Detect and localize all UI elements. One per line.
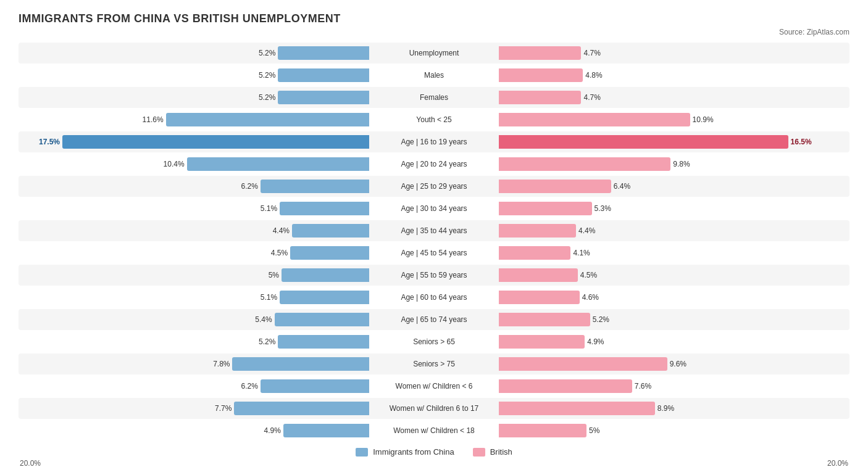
- row: 6.2%Age | 25 to 29 years6.4%: [19, 176, 849, 197]
- bar-label-british: 4.7%: [583, 93, 600, 102]
- bar-british: 6.4%: [499, 180, 611, 193]
- bar-label-china: 11.6%: [143, 115, 164, 124]
- bar-china: 17.5%: [62, 135, 369, 149]
- bar-china: 5.2%: [278, 335, 369, 349]
- row: 4.4%Age | 35 to 44 years4.4%: [19, 220, 849, 241]
- bar-label-china: 4.9%: [264, 426, 280, 435]
- bar-label-british: 8.9%: [657, 404, 674, 413]
- row: 5.2%Seniors > 654.9%: [19, 331, 849, 352]
- row: 4.5%Age | 45 to 54 years4.1%: [19, 242, 849, 263]
- bar-china: 6.2%: [261, 379, 369, 393]
- bottom-label-left: 20.0%: [20, 459, 41, 467]
- legend-label-british: British: [490, 447, 512, 457]
- bar-label-british: 4.8%: [585, 71, 602, 80]
- bar-label-china: 5.1%: [261, 204, 277, 213]
- bar-label-british: 5.3%: [595, 204, 611, 213]
- bar-british: 9.6%: [499, 357, 667, 371]
- legend-item-china: Immigrants from China: [356, 447, 454, 457]
- row: 5.1%Age | 30 to 34 years5.3%: [19, 198, 849, 219]
- row: 6.2%Women w/ Children < 67.6%: [19, 376, 849, 397]
- bar-label-british: 9.6%: [670, 360, 686, 368]
- bar-label-british: 4.4%: [578, 226, 595, 235]
- bar-british: 4.4%: [499, 224, 576, 238]
- bar-british: 4.7%: [499, 46, 581, 60]
- row: 17.5%Age | 16 to 19 years16.5%: [19, 131, 849, 152]
- bar-label-british: 4.1%: [573, 249, 590, 257]
- row: 5.4%Age | 65 to 74 years5.2%: [19, 309, 849, 330]
- row: 7.7%Women w/ Children 6 to 178.9%: [19, 398, 849, 419]
- bar-label-british: 5.2%: [593, 315, 609, 324]
- bar-label-china: 6.2%: [241, 382, 258, 391]
- bar-label-british: 4.6%: [582, 293, 599, 302]
- bar-china: 10.4%: [187, 157, 369, 171]
- bar-british: 9.8%: [499, 157, 670, 171]
- bar-label-british: 5%: [589, 426, 599, 435]
- bar-british: 7.6%: [499, 379, 632, 393]
- bar-label-china: 4.5%: [271, 249, 288, 257]
- bar-british: 4.5%: [499, 268, 578, 282]
- legend-item-british: British: [473, 447, 512, 457]
- bar-china: 5.2%: [278, 91, 369, 104]
- bar-china: 5.2%: [278, 68, 369, 82]
- row: 5%Age | 55 to 59 years4.5%: [19, 265, 849, 286]
- chart-container: 5.2%Unemployment4.7%5.2%Males4.8%5.2%Fem…: [19, 43, 849, 441]
- bar-british: 8.9%: [499, 402, 655, 415]
- bar-label-british: 10.9%: [693, 115, 714, 124]
- bar-china: 7.8%: [232, 357, 369, 371]
- row: 10.4%Age | 20 to 24 years9.8%: [19, 154, 849, 175]
- bottom-labels: 20.0% 20.0%: [19, 459, 849, 467]
- row: 4.9%Women w/ Children < 185%: [19, 420, 849, 441]
- bar-china: 5.2%: [278, 46, 369, 60]
- bar-british: 4.1%: [499, 246, 570, 260]
- bar-label-china: 5.2%: [259, 49, 275, 57]
- bar-label-china: 5%: [269, 271, 279, 279]
- bar-label-china: 10.4%: [164, 160, 185, 168]
- bar-china: 5.4%: [275, 313, 369, 326]
- row: 5.2%Unemployment4.7%: [19, 43, 849, 64]
- bar-label-china: 5.4%: [255, 315, 272, 324]
- legend: Immigrants from China British: [19, 447, 849, 457]
- bar-china: 5.1%: [280, 202, 369, 215]
- legend-box-british: [473, 448, 485, 457]
- row: 5.2%Females4.7%: [19, 87, 849, 108]
- bar-label-china: 5.1%: [261, 293, 277, 302]
- bar-label-british: 4.5%: [580, 271, 597, 279]
- bar-china: 7.7%: [234, 402, 369, 415]
- bar-china: 4.9%: [283, 424, 369, 437]
- bar-british: 4.6%: [499, 291, 580, 304]
- bar-label-british: 7.6%: [635, 382, 651, 391]
- chart-title: IMMIGRANTS FROM CHINA VS BRITISH UNEMPLO…: [19, 12, 849, 25]
- bar-british: 5.3%: [499, 202, 592, 215]
- bar-label-china: 4.4%: [273, 226, 290, 235]
- row: 5.2%Males4.8%: [19, 65, 849, 86]
- legend-label-china: Immigrants from China: [373, 447, 454, 457]
- bar-label-british: 6.4%: [614, 182, 630, 191]
- bar-label-china: 17.5%: [39, 138, 60, 146]
- row: 5.1%Age | 60 to 64 years4.6%: [19, 287, 849, 308]
- bar-british: 16.5%: [499, 135, 788, 149]
- bar-label-china: 5.2%: [259, 337, 275, 346]
- bar-china: 4.4%: [292, 224, 369, 238]
- bar-label-british: 9.8%: [673, 160, 690, 168]
- bar-british: 4.7%: [499, 91, 581, 104]
- bar-british: 4.8%: [499, 68, 583, 82]
- row: 7.8%Seniors > 759.6%: [19, 353, 849, 374]
- bar-china: 4.5%: [290, 246, 369, 260]
- legend-box-china: [356, 448, 368, 457]
- source-label: Source: ZipAtlas.com: [19, 28, 849, 36]
- bar-british: 10.9%: [499, 113, 690, 126]
- bar-label-british: 4.7%: [583, 49, 600, 57]
- bar-china: 6.2%: [261, 180, 369, 193]
- bar-label-china: 7.8%: [213, 360, 230, 368]
- bar-label-british: 4.9%: [587, 337, 604, 346]
- bar-label-china: 7.7%: [215, 404, 232, 413]
- bar-label-china: 6.2%: [241, 182, 258, 191]
- bar-british: 4.9%: [499, 335, 585, 349]
- bar-label-british: 16.5%: [791, 138, 812, 146]
- bar-china: 11.6%: [166, 113, 369, 126]
- bar-china: 5.1%: [280, 291, 369, 304]
- bottom-label-right: 20.0%: [827, 459, 848, 467]
- row: 11.6%Youth < 2510.9%: [19, 109, 849, 130]
- bar-british: 5.2%: [499, 313, 590, 326]
- bar-china: 5%: [282, 268, 369, 282]
